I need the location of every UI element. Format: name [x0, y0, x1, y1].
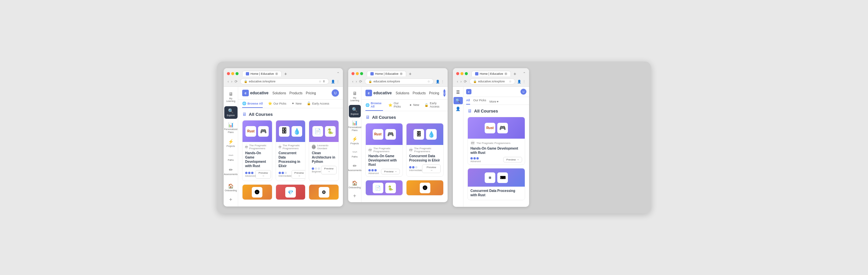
minimize-button-medium[interactable] — [356, 72, 359, 75]
add-button-large[interactable]: + — [228, 195, 234, 204]
tab-close-large[interactable]: × — [275, 72, 278, 75]
sidebar-explore-small[interactable]: 🔍 — [454, 97, 463, 104]
close-button-small[interactable] — [456, 72, 459, 75]
sidebar-item-mylearning-large[interactable]: 🖥 My Learning — [224, 89, 238, 105]
close-button-medium[interactable] — [351, 72, 354, 75]
sidebar-item-projects-medium[interactable]: ⚡ Projects — [349, 134, 361, 147]
address-bar-large[interactable]: 🔒 educative.io/explore ☆ ⬆ — [240, 78, 329, 84]
user-avatar-small[interactable]: U — [521, 89, 526, 95]
nav-solutions-large[interactable]: Solutions — [272, 91, 286, 95]
preview-btn-rust-large[interactable]: Preview → — [255, 170, 271, 179]
course-card-python-medium[interactable]: 📄 🐍 — [365, 180, 403, 196]
nav-pricing-large[interactable]: Pricing — [306, 91, 316, 95]
more-button-small[interactable]: More ▾ — [490, 100, 499, 103]
nav-products-large[interactable]: Products — [289, 91, 303, 95]
tab-browse-all-medium[interactable]: 🌐 Browse All — [365, 102, 383, 111]
star-icon-large[interactable]: ☆ — [319, 80, 321, 83]
tab-new-large[interactable]: ✦ New — [291, 102, 302, 108]
back-button-medium[interactable]: ‹ — [351, 79, 354, 84]
new-tab-small[interactable]: + — [512, 71, 518, 76]
nav-pricing-medium[interactable]: Pricing — [429, 91, 439, 95]
back-button-small[interactable]: ‹ — [456, 79, 459, 84]
user-icon-small[interactable]: 👤 — [517, 80, 521, 83]
sidebar-menu-small[interactable]: ☰ — [454, 89, 463, 96]
course-card-elixir-medium[interactable]: 🗄 💧 PP The Pragmatic Programmers Concurr… — [406, 123, 444, 177]
star-icon-small[interactable]: ☆ — [509, 80, 512, 83]
course-card-concurrent-rust-small[interactable]: ⊞ ⌨ Concurrent Data Processing with Rust — [467, 168, 525, 200]
tab-all-small[interactable]: All — [466, 99, 470, 105]
forward-button-medium[interactable]: › — [355, 79, 358, 84]
close-button-large[interactable] — [227, 72, 230, 75]
preview-btn-elixir-medium[interactable]: Preview → — [422, 165, 441, 173]
sidebar-item-projects-large[interactable]: ⚡ Projects — [224, 137, 238, 149]
sidebar-item-onboarding-medium[interactable]: 🏠 Onboarding — [349, 178, 361, 191]
window-controls-large[interactable]: ⌃ — [337, 71, 340, 76]
tab-browse-all-large[interactable]: 🌐 Browse All — [242, 102, 263, 108]
sidebar-item-explore-large[interactable]: 🔍 Explore — [224, 106, 238, 119]
sidebar-item-onboarding-large[interactable]: 🏠 Onboarding — [224, 181, 238, 194]
tab-early-access-large[interactable]: 🔓 Early Access — [307, 102, 329, 108]
user-avatar-large[interactable]: U — [332, 89, 339, 97]
sidebar-item-explore-medium[interactable]: 🔍 Explore — [349, 105, 361, 117]
minimize-button-large[interactable] — [231, 72, 234, 75]
refresh-button-small[interactable]: ⟳ — [463, 79, 467, 84]
browser-tab-small[interactable]: Home | Educative × — [471, 71, 511, 76]
sidebar-user-small[interactable]: 👤 — [454, 105, 463, 112]
tab-our-picks-medium[interactable]: ⭐ Our Picks — [388, 102, 404, 111]
back-button-large[interactable]: ‹ — [227, 79, 229, 84]
address-bar-small[interactable]: 🔒 educative.io/explore ☆ — [469, 78, 515, 84]
course-card-rust-large[interactable]: Rust 🎮 PP The Pragmatic Programmers Hand… — [242, 120, 272, 181]
window-controls-small[interactable]: ⌃ — [523, 71, 526, 76]
forward-button-small[interactable]: › — [460, 79, 463, 84]
course-card-python-large[interactable]: 📄 🐍 LG Leonardo Giordani Clean Architect… — [309, 120, 339, 181]
course-card-angular-large[interactable]: 🅐 — [242, 184, 272, 200]
course-card-rust-medium[interactable]: Rust 🎮 PP The Pragmatic Programmers Hand… — [365, 123, 403, 177]
tab-our-picks-large[interactable]: ⭐ Our Picks — [268, 102, 286, 108]
sidebar-item-plans-large[interactable]: 📊 Personalized Plans — [224, 120, 238, 136]
preview-btn-rust-small[interactable]: Preview → — [503, 157, 522, 163]
more-icon-medium[interactable]: ⋮ — [441, 80, 444, 83]
maximize-button-large[interactable] — [236, 72, 239, 75]
sidebar-item-paths-medium[interactable]: 〰 Paths — [349, 147, 361, 160]
tab-close-small[interactable]: × — [504, 72, 507, 75]
course-card-devops-large[interactable]: ⚙ — [309, 184, 339, 200]
preview-btn-python-large[interactable]: Preview → — [321, 166, 336, 174]
minimize-button-small[interactable] — [461, 72, 464, 75]
nav-solutions-medium[interactable]: Solutions — [396, 91, 409, 95]
course-card-elixir-large[interactable]: 🗄 💧 PP The Pragmatic Programmers Concurr… — [276, 120, 306, 181]
star-icon-medium[interactable]: ☆ — [427, 80, 430, 83]
refresh-button-large[interactable]: ⟳ — [234, 79, 238, 84]
course-card-rails-large[interactable]: 💎 — [276, 184, 306, 200]
forward-button-large[interactable]: › — [230, 79, 233, 84]
maximize-button-small[interactable] — [465, 72, 468, 75]
section-title-small: All Courses — [474, 108, 498, 113]
course-card-angular-medium[interactable]: 🅐 — [406, 180, 444, 196]
sidebar-item-paths-large[interactable]: 〰 Paths — [224, 151, 238, 164]
add-button-medium[interactable]: + — [352, 192, 358, 200]
browser-tab-large[interactable]: Home | Educative × — [242, 71, 282, 76]
tab-new-medium[interactable]: ✦ New — [409, 103, 419, 109]
maximize-button-medium[interactable] — [360, 72, 363, 75]
sidebar-item-assessments-large[interactable]: ✏ Assessments — [224, 165, 238, 178]
tab-ourpicks-small[interactable]: Our Picks — [473, 99, 486, 105]
user-icon-medium[interactable]: 👤 — [436, 80, 440, 83]
new-tab-medium[interactable]: + — [407, 71, 413, 76]
sidebar-item-assessments-medium[interactable]: ✏ Assessments — [349, 161, 361, 174]
user-avatar-medium[interactable]: U — [443, 89, 445, 97]
sidebar-item-plans-medium[interactable]: 📊 Personalized Plans — [349, 118, 361, 134]
preview-btn-rust-medium[interactable]: Preview → — [381, 169, 400, 174]
address-bar-medium[interactable]: 🔒 educative.io/explore ☆ — [365, 78, 434, 84]
share-icon-large[interactable]: ⬆ — [323, 80, 326, 83]
browser-tab-medium[interactable]: Home | Educative × — [367, 71, 406, 76]
refresh-button-medium[interactable]: ⟳ — [359, 79, 363, 84]
nav-products-medium[interactable]: Products — [413, 91, 426, 95]
user-icon-large[interactable]: 👤 — [331, 80, 335, 83]
tab-close-medium[interactable]: × — [400, 72, 403, 75]
tab-early-access-medium[interactable]: 🔓 Early Access — [424, 102, 444, 111]
course-card-rust-small[interactable]: Rust 🎮 PP The Pragmatic Programmers Hand… — [467, 117, 525, 165]
preview-btn-elixir-large[interactable]: Preview → — [291, 170, 306, 179]
sidebar-item-mylearning-medium[interactable]: 🖥 My Learning — [349, 89, 361, 104]
new-tab-large[interactable]: + — [283, 71, 288, 76]
more-icon-large[interactable]: ⋮ — [336, 80, 340, 83]
more-icon-small[interactable]: ⋮ — [523, 80, 526, 83]
